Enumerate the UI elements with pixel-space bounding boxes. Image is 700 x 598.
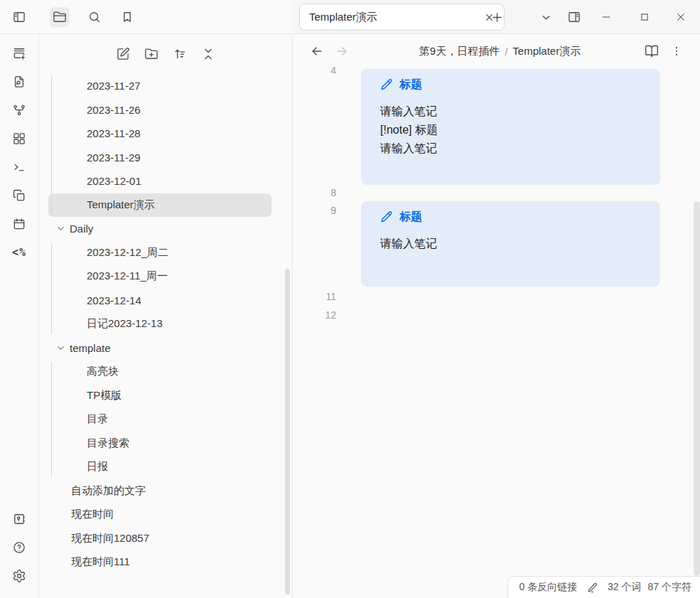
vault-icon — [12, 512, 26, 526]
plus-icon — [490, 11, 504, 24]
callout-title: 标题 — [380, 76, 646, 93]
tree-item[interactable]: 2023-11-26 — [48, 98, 271, 122]
tree-folder-daily[interactable]: Daily — [48, 217, 271, 241]
callout-line: 请输入笔记 — [380, 139, 646, 158]
tree-item[interactable]: 高亮块 — [48, 360, 271, 384]
tree-item-label: 2023-12-12_周二 — [87, 246, 168, 260]
line-number: 12 — [293, 309, 336, 321]
note-callout[interactable]: 标题 请输入笔记 [!note] 标题 请输入笔记 — [361, 69, 660, 185]
tree-item[interactable]: 2023-12-11_周一 — [48, 265, 271, 289]
navigate-forward-button[interactable] — [332, 41, 352, 61]
ribbon: <% — [0, 34, 39, 598]
tree-item[interactable]: 2023-11-28 — [48, 122, 271, 146]
file-tree: 2023-11-27 2023-11-26 2023-11-28 2023-11… — [39, 74, 292, 575]
maximize-icon — [638, 11, 651, 23]
tree-item[interactable]: TP模版 — [48, 384, 271, 408]
templater-icon: <% — [12, 246, 26, 259]
tree-item[interactable]: 现在时间111 — [48, 550, 271, 575]
tree-item-label: 目录搜索 — [87, 437, 129, 450]
tree-group: 2023-12-12_周二 2023-12-11_周一 2023-12-14 日… — [39, 241, 292, 336]
quick-switcher-button[interactable] — [9, 72, 29, 92]
callout-line: 请输入笔记 — [380, 102, 646, 121]
tree-item[interactable]: 2023-11-27 — [48, 74, 271, 98]
breadcrumb-folder[interactable]: 第9天，日程插件 — [419, 45, 500, 58]
more-options-button[interactable] — [667, 41, 686, 61]
search-icon — [87, 10, 102, 24]
templater-button[interactable]: <% — [9, 242, 29, 262]
tree-folder-label: Daily — [70, 223, 93, 235]
terminal-button[interactable] — [9, 157, 29, 177]
sort-order-button[interactable] — [170, 44, 190, 64]
tree-item-selected[interactable]: Templater演示 — [48, 193, 271, 218]
tree-item-label: 2023-12-11_周一 — [87, 269, 168, 283]
breadcrumb-file[interactable]: Templater演示 — [512, 45, 581, 58]
file-explorer-pane: 2023-11-27 2023-11-26 2023-11-28 2023-11… — [39, 34, 293, 598]
collapse-all-button[interactable] — [198, 44, 218, 64]
toggle-right-sidebar-button[interactable] — [564, 7, 584, 27]
panel-right-icon — [567, 10, 581, 24]
char-count: 87 个字符 — [648, 581, 691, 594]
new-tab-button[interactable] — [487, 7, 507, 27]
tree-item-label: 日记2023-12-13 — [87, 317, 163, 331]
editor-pane[interactable]: 第9天，日程插件 / Templater演示 4 8 9 11 12 标题 请输… — [293, 34, 700, 598]
chevron-down-icon — [55, 343, 66, 353]
new-card-button[interactable] — [9, 43, 29, 63]
tab-list-button[interactable] — [536, 7, 556, 27]
tree-item-label: 2023-12-14 — [87, 294, 141, 306]
tree-item[interactable]: 2023-11-29 — [48, 146, 271, 170]
sidebar-scrollbar[interactable] — [285, 269, 290, 594]
book-open-icon — [645, 44, 659, 58]
calendar-button[interactable] — [9, 214, 29, 234]
settings-button[interactable] — [9, 566, 29, 586]
tab-title: Templater演示 — [309, 11, 481, 24]
tree-item-label: 日报 — [87, 460, 108, 474]
callout-body[interactable]: 请输入笔记 — [380, 235, 646, 253]
help-button[interactable] — [9, 538, 29, 557]
tree-item-label: 2023-11-27 — [87, 80, 141, 92]
navigate-back-button[interactable] — [307, 41, 327, 61]
grid-icon — [12, 132, 26, 146]
tree-item-label: 目录 — [87, 412, 108, 426]
tree-item[interactable]: 2023-12-12_周二 — [48, 241, 271, 265]
new-note-button[interactable] — [113, 44, 133, 64]
tree-item[interactable]: 自动添加的文字 — [48, 479, 271, 503]
tree-item-label: 现在时间111 — [71, 555, 130, 569]
tree-item[interactable]: 日报 — [48, 455, 271, 479]
window-minimize-button[interactable] — [596, 7, 616, 27]
help-icon — [12, 540, 26, 555]
collapse-all-icon — [201, 47, 215, 61]
tab-bookmarks[interactable] — [117, 7, 137, 27]
tree-item[interactable]: 现在时间 — [48, 503, 271, 527]
graph-view-button[interactable] — [9, 100, 29, 120]
tree-item[interactable]: 日记2023-12-13 — [48, 312, 271, 336]
new-folder-button[interactable] — [141, 44, 161, 64]
tree-folder-template[interactable]: template — [48, 336, 271, 361]
tree-item[interactable]: 目录 — [48, 407, 271, 432]
copy-button[interactable] — [9, 186, 29, 205]
folder-icon — [53, 10, 67, 24]
tab-active[interactable]: Templater演示 — [299, 4, 505, 31]
window-close-button[interactable] — [671, 7, 691, 27]
callout-body[interactable]: 请输入笔记 [!note] 标题 请输入笔记 — [380, 102, 646, 158]
vault-switcher-button[interactable] — [9, 509, 29, 529]
window-maximize-button[interactable] — [635, 7, 655, 27]
tree-item[interactable]: 目录搜索 — [48, 432, 271, 456]
tree-item[interactable]: 2023-12-01 — [48, 169, 271, 193]
toggle-left-sidebar-button[interactable] — [9, 7, 29, 27]
backlinks-count[interactable]: 0 条反向链接 — [519, 581, 577, 594]
new-note-icon — [116, 47, 130, 61]
note-callout[interactable]: 标题 请输入笔记 — [361, 201, 660, 287]
tree-item-label: TP模版 — [87, 389, 122, 402]
gear-icon — [12, 569, 26, 583]
tab-search[interactable] — [85, 7, 104, 27]
tree-item[interactable]: 现在时间120857 — [48, 527, 271, 551]
reading-mode-button[interactable] — [642, 41, 662, 61]
edit-mode-pencil-icon[interactable] — [586, 582, 598, 594]
tree-item[interactable]: 2023-12-14 — [48, 289, 271, 313]
tree-item-label: 现在时间 — [71, 508, 114, 521]
close-icon — [674, 11, 687, 23]
sort-ascending-icon — [173, 47, 187, 61]
tab-file-explorer[interactable] — [50, 7, 70, 27]
components-button[interactable] — [9, 129, 29, 149]
editor-scrollbar[interactable] — [694, 201, 700, 576]
